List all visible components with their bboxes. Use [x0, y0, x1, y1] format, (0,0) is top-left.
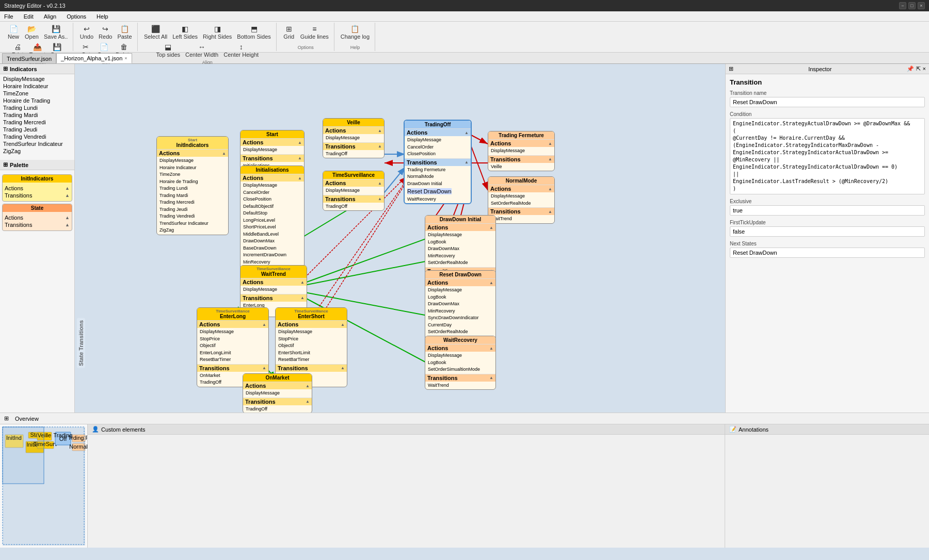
node-waitrecovery[interactable]: WaitRecovery Actions▲ DisplayMessageLogB…	[425, 336, 496, 390]
annotations-label: Annotations	[739, 426, 768, 433]
inspector-pin[interactable]: 📌	[907, 65, 914, 72]
node-onmarket-header: OnMarket	[243, 374, 312, 382]
grid-button[interactable]: ⊞Grid	[281, 24, 297, 41]
undo-button[interactable]: ↩Undo	[78, 24, 95, 41]
indicator-horaire[interactable]: Horaire Indicateur	[2, 83, 72, 90]
indicator-mercredi[interactable]: Trading Mercredi	[2, 119, 72, 126]
node-tradingoff-actions-header: Actions▲	[405, 128, 471, 136]
palette-initindicators[interactable]: InitIndicators Actions ▲ Transitions ▲	[2, 174, 72, 202]
indicator-trendsurfeur[interactable]: TrendSurfeur Indicateur	[2, 140, 72, 147]
palette-state[interactable]: State Actions ▲ Transitions ▲	[2, 204, 72, 231]
node-start-header: Start	[241, 130, 304, 138]
open-button[interactable]: 📂Open	[23, 24, 41, 41]
window-controls: − □ ×	[899, 2, 925, 9]
indicator-jeudi[interactable]: Trading Jeudi	[2, 126, 72, 133]
menu-help[interactable]: Help	[94, 13, 110, 20]
node-drawdowninitial-header: DrawDown Initial	[425, 216, 495, 223]
toolbar-group-strategy: 📄New 📂Open 💾Save As.. 🖨Print 📤Export 💾Sa…	[2, 23, 73, 51]
tab-horizon-close[interactable]: ×	[124, 56, 127, 61]
node-resetdrawdown-header: Reset DrawDown	[425, 271, 495, 278]
top-sides-button[interactable]: ⬓Top sides	[154, 42, 182, 59]
node-entershort-header: TimeSurveillance EnterShort	[276, 308, 347, 320]
tab-horizon-alpha[interactable]: _Horizon_Alpha_v1.json ×	[56, 53, 132, 63]
svg-text:Off: Off	[59, 436, 67, 442]
state-transitions-label: State Transitions	[77, 318, 85, 368]
node-tradingoff[interactable]: TradingOff Actions▲ DisplayMessageCancel…	[404, 120, 472, 204]
left-sides-button[interactable]: ◧Left Sides	[170, 24, 200, 41]
indicator-zigzag[interactable]: ZigZag	[2, 147, 72, 155]
menu-align[interactable]: Align	[42, 13, 58, 20]
toolbar-group-options: ⊞Grid ≡Guide lines Options	[278, 23, 334, 51]
palette-state-actions-arrow: ▲	[65, 215, 70, 220]
node-normalmode-header: NormalMode	[488, 177, 554, 185]
node-waittrend-header: TimeSurveillance WaitTrend	[241, 266, 307, 278]
node-veille[interactable]: Veille Actions▲ DisplayMessage Transitio…	[323, 118, 385, 158]
indicator-mardi[interactable]: Trading Mardi	[2, 111, 72, 119]
node-timesurveillance[interactable]: TimeSurveillance Actions▲ DisplayMessage…	[323, 171, 385, 211]
svg-line-17	[297, 257, 446, 287]
indicators-list: DisplayMessage Horaire Indicateur TimeZo…	[0, 74, 74, 156]
save-as-button[interactable]: 💾Save As..	[42, 24, 70, 41]
inspector-panel: ⊞ Inspector 📌 ⇱ × Transition Transition …	[725, 64, 929, 413]
inspector-close[interactable]: ×	[923, 65, 926, 72]
new-button[interactable]: 📄New	[5, 24, 22, 41]
node-waittrend-actions: DisplayMessage	[241, 286, 307, 294]
palette-state-transitions-arrow: ▲	[65, 222, 70, 227]
guide-lines-button[interactable]: ≡Guide lines	[298, 24, 331, 41]
indicator-horaire-trading[interactable]: Horaire de Trading	[2, 97, 72, 104]
indicator-displaymessage[interactable]: DisplayMessage	[2, 75, 72, 83]
node-normalmode[interactable]: NormalMode Actions▲ DisplayMessageSetOrd…	[488, 176, 555, 224]
menu-bar: File Edit Align Options Help	[0, 11, 929, 22]
indicator-timezone[interactable]: TimeZone	[2, 90, 72, 97]
inspector-label: Inspector	[808, 66, 831, 72]
minimize-button[interactable]: −	[899, 2, 906, 9]
inspector-expand[interactable]: ⇱	[916, 65, 921, 72]
menu-edit[interactable]: Edit	[22, 13, 36, 20]
inspector-exclusive-value: true	[730, 205, 925, 216]
left-sidebar: ⊞ Indicators DisplayMessage Horaire Indi…	[0, 64, 75, 413]
canvas-area[interactable]: Start InitIndicators Actions▲ DisplayMes…	[75, 64, 725, 413]
node-initindicators-actions: DisplayMessageHoraire IndicateurTimeZone…	[157, 157, 228, 235]
maximize-button[interactable]: □	[908, 2, 916, 9]
close-button[interactable]: ×	[918, 2, 925, 9]
node-timesurveillance-transitions-header: Transitions▲	[323, 195, 384, 203]
redo-button[interactable]: ↪Redo	[97, 24, 114, 41]
node-waittrend-transitions-header: Transitions▲	[241, 294, 307, 302]
tab-horizon-label: _Horizon_Alpha_v1.json	[61, 55, 122, 61]
node-waitrecovery-transitions-header: Transitions▲	[425, 374, 495, 382]
inspector-section-title: Transition	[726, 74, 929, 88]
inspector-nextstates-field: Next States Reset DrawDown	[726, 239, 929, 260]
svg-line-11	[471, 135, 488, 144]
node-onmarket-actions: DisplayMessage	[243, 389, 312, 398]
center-width-button[interactable]: ↔Center Width	[183, 42, 220, 59]
inspector-exclusive-field: Exclusive true	[726, 196, 929, 218]
annotations-header: 📝 Annotations	[725, 424, 929, 435]
node-waitrecovery-actions-header: Actions▲	[425, 344, 495, 352]
paste-button[interactable]: 📋Paste	[115, 24, 134, 41]
title-bar: Strategy Editor - v0.2.13 − □ ×	[0, 0, 929, 11]
right-sides-button[interactable]: ◨Right Sides	[201, 24, 234, 41]
inspector-condition-value: EngineIndicator.StrategyActualDrawDown >…	[730, 118, 925, 194]
node-waitrecovery-transitions: WaitTrend	[425, 382, 495, 390]
menu-file[interactable]: File	[2, 13, 15, 20]
node-tradingfermeture[interactable]: Trading Fermeture Actions▲ DisplayMessag…	[488, 131, 555, 171]
node-timesurveillance-actions: DisplayMessage	[323, 187, 384, 195]
bottom-sides-button[interactable]: ⬒Bottom Sides	[235, 24, 273, 41]
custom-elements-panel: 👤 Custom elements	[88, 424, 725, 548]
node-start[interactable]: Start Actions▲ DisplayMessage Transition…	[240, 130, 305, 170]
palette-init-transitions-label: Transitions	[5, 192, 32, 199]
overview-bar: ⊞ Overview	[0, 413, 929, 424]
indicator-vendredi[interactable]: Trading Vendredi	[2, 133, 72, 140]
node-resetdrawdown-actions: DisplayMessageLogBookDrawDownMaxMinRecov…	[425, 286, 495, 336]
palette-label: Palette	[10, 162, 28, 168]
select-all-button[interactable]: ⬛Select All	[142, 24, 169, 41]
change-log-button[interactable]: 📋Change log	[339, 24, 372, 41]
node-initindicators[interactable]: Start InitIndicators Actions▲ DisplayMes…	[156, 136, 229, 235]
toolbar: 📄New 📂Open 💾Save As.. 🖨Print 📤Export 💾Sa…	[0, 22, 929, 53]
tab-trendsurfeur[interactable]: TrendSurfeur.json	[2, 53, 56, 63]
inspector-firsttick-label: FirstTickUpdate	[730, 220, 925, 225]
node-onmarket[interactable]: OnMarket Actions▲ DisplayMessage Transit…	[243, 373, 312, 413]
center-height-button[interactable]: ↕Center Height	[221, 42, 261, 59]
menu-options[interactable]: Options	[65, 13, 88, 20]
indicator-lundi[interactable]: Trading Lundi	[2, 104, 72, 111]
